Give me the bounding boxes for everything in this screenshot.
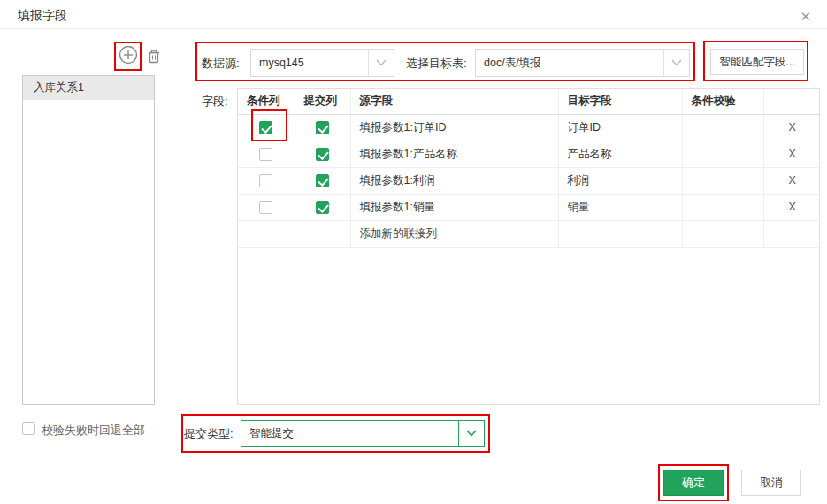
rollback-checkbox[interactable] [22, 422, 35, 435]
validation-cell [682, 194, 763, 220]
col-header-target: 目标字段 [558, 89, 682, 114]
condition-checkbox[interactable] [259, 121, 272, 134]
validation-cell [682, 141, 763, 167]
col-header-source: 源字段 [350, 89, 558, 114]
target-field-cell: 订单ID [558, 114, 682, 141]
add-join-column-link[interactable]: 添加新的联接列 [360, 227, 438, 240]
delete-row-button[interactable]: X [789, 121, 796, 134]
condition-checkbox[interactable] [259, 174, 272, 187]
target-table-label: 选择目标表: [406, 56, 467, 72]
col-header-validation: 条件校验 [682, 89, 763, 114]
datasource-value: mysq145 [251, 57, 368, 69]
delete-relation-button[interactable] [143, 45, 165, 66]
chevron-down-icon [663, 50, 689, 76]
chevron-down-icon [458, 421, 484, 446]
submit-checkbox[interactable] [316, 174, 329, 187]
list-item-relation[interactable]: 入库关系1 [23, 76, 154, 100]
target-table-select[interactable]: doc/表/填报 [475, 49, 690, 77]
col-header-delete [763, 89, 821, 114]
rollback-label: 校验失败时回退全部 [42, 423, 145, 439]
fields-label: 字段: [202, 94, 228, 110]
submit-type-value: 智能提交 [241, 426, 458, 441]
submit-type-select[interactable]: 智能提交 [241, 420, 485, 447]
source-field-cell: 填报参数1:销量 [350, 194, 558, 220]
table-header-row: 条件列 提交列 源字段 目标字段 条件校验 [238, 89, 821, 114]
submit-checkbox[interactable] [316, 148, 329, 161]
target-field-cell: 销量 [558, 194, 682, 220]
submit-checkbox[interactable] [316, 201, 329, 214]
delete-row-button[interactable]: X [789, 148, 796, 160]
target-field-cell: 产品名称 [558, 141, 682, 167]
condition-checkbox[interactable] [259, 148, 272, 161]
source-field-cell: 填报参数1:产品名称 [350, 141, 558, 167]
target-field-cell: 利润 [558, 167, 682, 194]
table-row: 填报参数1:利润 利润 X [238, 167, 821, 194]
ok-button[interactable]: 确定 [663, 470, 724, 496]
datasource-select[interactable]: mysq145 [250, 49, 394, 77]
plus-circle-icon [119, 45, 138, 65]
smart-match-button[interactable]: 智能匹配字段... [710, 49, 804, 75]
add-relation-button[interactable] [118, 44, 139, 65]
datasource-label: 数据源: [202, 56, 240, 72]
table-row: 填报参数1:订单ID 订单ID X [238, 114, 821, 141]
source-field-cell: 填报参数1:利润 [350, 167, 558, 194]
condition-checkbox[interactable] [259, 201, 272, 214]
dialog-titlebar: 填报字段 ✕ [0, 0, 827, 29]
table-row: 填报参数1:销量 销量 X [238, 194, 821, 220]
table-row: 填报参数1:产品名称 产品名称 X [238, 141, 821, 167]
dialog-title: 填报字段 [18, 8, 67, 24]
cancel-button[interactable]: 取消 [741, 470, 801, 496]
delete-row-button[interactable]: X [789, 174, 796, 187]
validation-cell [682, 114, 763, 141]
source-field-cell: 填报参数1:订单ID [350, 114, 558, 141]
submit-type-label: 提交类型: [184, 426, 234, 442]
col-header-condition: 条件列 [238, 89, 295, 114]
validation-cell [682, 167, 763, 194]
close-icon[interactable]: ✕ [796, 7, 815, 27]
delete-row-button[interactable]: X [789, 201, 796, 213]
target-table-value: doc/表/填报 [476, 56, 663, 71]
fields-table: 条件列 提交列 源字段 目标字段 条件校验 填报参数1:订单ID 订单ID X … [237, 88, 820, 405]
col-header-submit: 提交列 [295, 89, 350, 114]
relation-list: 入库关系1 [22, 75, 155, 405]
table-row-add: 添加新的联接列 [238, 220, 821, 247]
chevron-down-icon [368, 50, 394, 76]
trash-icon [145, 47, 163, 65]
submit-checkbox[interactable] [316, 121, 329, 134]
